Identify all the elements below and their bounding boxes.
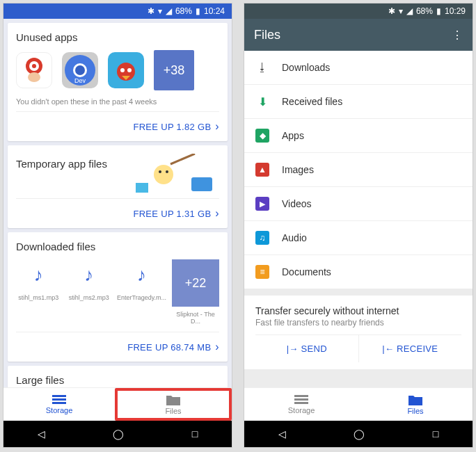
svg-point-2: [32, 64, 36, 68]
card-title: Unused apps: [16, 31, 219, 43]
bottom-nav: Storage Files: [3, 387, 232, 421]
apps-icon: ◆: [255, 129, 269, 143]
card-title: Downloaded files: [16, 241, 219, 252]
list-item-downloads[interactable]: ⭳Downloads: [244, 51, 473, 84]
audio-icon: ♫: [255, 231, 269, 245]
svg-point-13: [159, 170, 161, 173]
svg-point-6: [75, 65, 85, 75]
wifi-icon: ▾: [158, 6, 162, 16]
svg-point-3: [28, 72, 40, 82]
downloaded-more[interactable]: +22Slipknot - The D...: [172, 259, 219, 325]
svg-point-12: [154, 165, 173, 184]
recents-button[interactable]: □: [192, 428, 198, 439]
status-bar: ✱ ▾ ◢ 68% ▮ 10:24: [3, 3, 232, 19]
svg-rect-16: [136, 183, 148, 193]
free-up-temp-button[interactable]: FREE UP 1.31 GB: [16, 198, 219, 228]
videos-icon: ▶: [255, 197, 269, 211]
battery-icon: ▮: [436, 6, 441, 16]
svg-line-15: [170, 154, 195, 164]
battery-percent: 68%: [175, 6, 192, 16]
receive-button[interactable]: |← RECEIVE: [358, 335, 462, 362]
svg-rect-23: [52, 402, 66, 404]
tab-storage[interactable]: Storage: [244, 388, 358, 421]
back-button[interactable]: ◁: [278, 428, 286, 439]
tab-files[interactable]: Files: [358, 388, 473, 421]
svg-rect-22: [52, 398, 66, 401]
send-button[interactable]: |→ SEND: [255, 335, 358, 362]
list-item-received[interactable]: ⬇Received files: [244, 85, 473, 118]
card-title: Large files: [16, 374, 219, 386]
overflow-menu-icon[interactable]: ⋮: [452, 29, 463, 42]
card-large-files: Large files ♪ +6: [8, 366, 228, 387]
svg-rect-21: [52, 395, 66, 397]
list-item-documents[interactable]: ≡Documents: [244, 255, 473, 289]
page-title: Files: [254, 28, 280, 42]
svg-rect-24: [294, 395, 308, 397]
storage-icon: [294, 395, 308, 405]
phone-left: ✱ ▾ ◢ 68% ▮ 10:24 Unused apps Dev: [3, 3, 232, 448]
svg-point-10: [127, 68, 132, 72]
receive-icon: |←: [382, 344, 397, 354]
download-icon: ⭳: [255, 60, 269, 74]
transfer-section: Transfer securely without internet Fast …: [244, 296, 473, 369]
files-header: Files ⋮: [244, 19, 473, 51]
android-navbar: ◁ ◯ □: [244, 421, 473, 447]
battery-icon: ▮: [196, 6, 200, 16]
unused-more-count[interactable]: +38: [154, 50, 194, 90]
list-item-videos[interactable]: ▶Videos: [244, 187, 473, 220]
svg-rect-11: [191, 177, 212, 191]
app-icon-chrome-dev[interactable]: Dev: [62, 52, 98, 88]
card-temp-files: Temporary app files FREE UP 1.31 GB: [8, 145, 228, 228]
svg-point-14: [166, 170, 168, 173]
back-button[interactable]: ◁: [38, 428, 45, 439]
signal-icon: ◢: [166, 6, 172, 16]
card-unused-apps: Unused apps Dev +38 You didn't open thes…: [8, 23, 228, 141]
app-icon-mario[interactable]: [16, 52, 52, 88]
list-item-audio[interactable]: ♫Audio: [244, 221, 473, 255]
svg-point-9: [120, 68, 125, 72]
list-item-apps[interactable]: ◆Apps: [244, 119, 473, 152]
file-item[interactable]: ♪stihl_ms1.mp3: [16, 259, 61, 325]
card-title: Temporary app files: [16, 158, 107, 170]
bluetooth-icon: ✱: [388, 6, 395, 16]
images-icon: ▲: [255, 163, 269, 177]
status-time: 10:24: [204, 6, 225, 16]
music-note-icon: ♪: [126, 259, 157, 290]
wifi-icon: ▾: [399, 6, 403, 16]
status-bar: ✱ ▾ ◢ 68% ▮ 10:29: [244, 3, 473, 19]
tab-files[interactable]: Files: [115, 388, 232, 421]
folder-icon: [166, 394, 180, 405]
phone-right: ✱ ▾ ◢ 68% ▮ 10:29 Files ⋮ ⭳Downloads ⬇Re…: [244, 3, 473, 448]
folder-icon: [408, 394, 422, 405]
transfer-subtitle: Fast file transfers to nearby friends: [255, 318, 461, 328]
app-icon-angry-birds[interactable]: [108, 52, 144, 88]
documents-icon: ≡: [255, 265, 269, 279]
transfer-title: Transfer securely without internet: [255, 305, 461, 316]
file-item[interactable]: ♪stihl_ms2.mp3: [66, 259, 111, 325]
cleanup-illustration: [136, 154, 219, 195]
storage-scroll[interactable]: Unused apps Dev +38 You didn't open thes…: [3, 19, 232, 387]
signal-icon: ◢: [406, 6, 413, 16]
storage-icon: [52, 395, 66, 405]
home-button[interactable]: ◯: [354, 428, 365, 439]
battery-percent: 68%: [416, 6, 433, 16]
categories-list: ⭳Downloads ⬇Received files ◆Apps ▲Images…: [244, 51, 473, 289]
unused-subtext: You didn't open these in the past 4 week…: [16, 97, 219, 106]
free-up-downloaded-button[interactable]: FREE UP 68.74 MB: [16, 332, 219, 362]
card-downloaded-files: Downloaded files ♪stihl_ms1.mp3 ♪stihl_m…: [8, 232, 228, 362]
status-time: 10:29: [445, 6, 466, 16]
send-icon: |→: [287, 344, 301, 354]
music-note-icon: ♪: [23, 259, 54, 290]
bluetooth-icon: ✱: [148, 6, 154, 16]
recents-button[interactable]: □: [433, 428, 438, 439]
list-item-images[interactable]: ▲Images: [244, 153, 473, 186]
free-up-unused-button[interactable]: FREE UP 1.82 GB: [16, 111, 219, 141]
music-note-icon: ♪: [74, 259, 104, 290]
svg-rect-26: [294, 402, 308, 404]
home-button[interactable]: ◯: [113, 428, 124, 439]
received-icon: ⬇: [255, 95, 269, 108]
tab-storage[interactable]: Storage: [3, 388, 115, 421]
svg-rect-25: [294, 398, 308, 401]
bottom-nav: Storage Files: [244, 387, 473, 421]
file-item[interactable]: ♪EnterTragedy.m...: [117, 259, 166, 325]
